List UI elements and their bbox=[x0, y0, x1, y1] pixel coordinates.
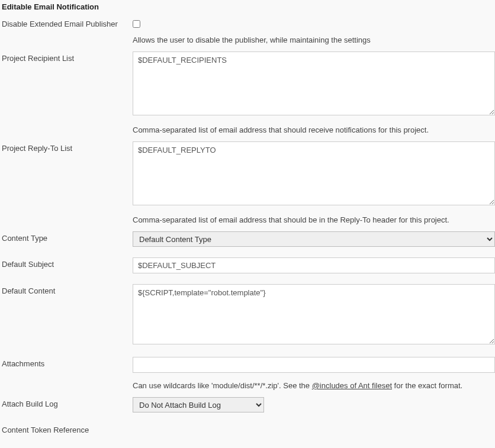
label-default-content: Default Content bbox=[0, 284, 133, 298]
label-replyto-list: Project Reply-To List bbox=[0, 141, 133, 155]
row-replyto-list: Project Reply-To List $DEFAULT_REPLYTO bbox=[0, 141, 495, 212]
help-attachments-prefix: Can use wildcards like 'module/dist/**/*… bbox=[133, 381, 312, 390]
label-content-type: Content Type bbox=[0, 231, 133, 245]
label-disable-publisher: Disable Extended Email Publisher bbox=[0, 17, 133, 31]
row-recipient-list: Project Recipient List $DEFAULT_RECIPIEN… bbox=[0, 51, 495, 122]
select-content-type[interactable]: Default Content Type bbox=[133, 231, 495, 247]
input-default-subject[interactable] bbox=[133, 257, 495, 273]
label-attach-build-log: Attach Build Log bbox=[0, 397, 133, 411]
row-attach-build-log: Attach Build Log Do Not Attach Build Log bbox=[0, 397, 495, 417]
textarea-default-content[interactable]: ${SCRIPT,template="robot.template"} bbox=[133, 284, 495, 344]
row-default-content: Default Content ${SCRIPT,template="robot… bbox=[0, 284, 495, 351]
help-disable-publisher: Allows the user to disable the publisher… bbox=[133, 32, 495, 51]
row-attachments: Attachments bbox=[0, 357, 495, 378]
label-default-subject: Default Subject bbox=[0, 257, 133, 271]
checkbox-disable-publisher[interactable] bbox=[133, 20, 140, 28]
help-replyto-list: Comma-separated list of email address th… bbox=[133, 212, 495, 231]
input-attachments[interactable] bbox=[133, 357, 495, 373]
textarea-replyto-list[interactable]: $DEFAULT_REPLYTO bbox=[133, 141, 495, 205]
help-attachments-suffix: for the exact format. bbox=[392, 381, 462, 390]
label-attachments: Attachments bbox=[0, 357, 133, 370]
textarea-recipient-list[interactable]: $DEFAULT_RECIPIENTS bbox=[133, 51, 495, 115]
label-content-token-ref: Content Token Reference bbox=[0, 423, 133, 437]
select-attach-build-log[interactable]: Do Not Attach Build Log bbox=[133, 397, 264, 412]
row-disable-publisher: Disable Extended Email Publisher bbox=[0, 17, 495, 32]
row-content-type: Content Type Default Content Type bbox=[0, 231, 495, 252]
help-recipient-list: Comma-separated list of email address th… bbox=[133, 122, 495, 141]
link-ant-fileset[interactable]: @includes of Ant fileset bbox=[312, 381, 392, 390]
label-recipient-list: Project Recipient List bbox=[0, 51, 133, 65]
row-content-token-ref: Content Token Reference bbox=[0, 423, 495, 437]
row-default-subject: Default Subject bbox=[0, 257, 495, 278]
help-attachments: Can use wildcards like 'module/dist/**/*… bbox=[133, 378, 495, 397]
section-header: Editable Email Notification bbox=[0, 0, 495, 17]
